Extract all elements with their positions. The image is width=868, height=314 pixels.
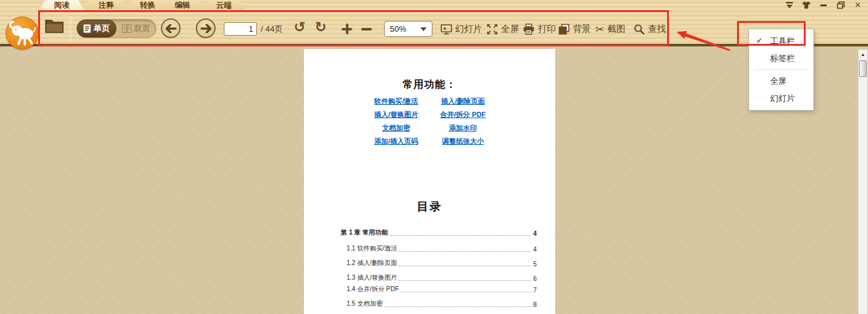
toc-page-number: 4 [533, 246, 537, 253]
document-area[interactable]: 常用功能： 软件购买/激活 插入/替换图片 文档加密 添加/插入页码 插入/删除… [0, 49, 868, 314]
toc-leader [399, 266, 531, 266]
screenshot-button[interactable]: ✂ 截图 [595, 22, 625, 37]
background-button[interactable]: 背景 [558, 22, 591, 37]
arrow-left-icon [165, 24, 177, 33]
zoom-out-button[interactable] [361, 24, 372, 34]
minimize-icon [820, 4, 827, 6]
toc-page-number: 4 [533, 230, 537, 237]
toc-leader [399, 251, 531, 252]
toc-title: 目录 [304, 199, 555, 214]
toc-leader [399, 280, 531, 281]
rotate-ccw-icon: ↺ [294, 20, 305, 34]
search-icon [633, 24, 645, 35]
toc-row[interactable]: 第 1 章 常用功能4 [341, 229, 537, 237]
toc-leader [401, 292, 531, 292]
page-total-label: / 44页 [261, 24, 283, 35]
menu-item-tabbar[interactable]: 标签栏 [749, 50, 813, 67]
scissors-icon: ✂ [595, 24, 604, 35]
double-page-toggle[interactable]: 双页 [116, 20, 156, 38]
double-page-icon [122, 24, 132, 33]
rotate-left-button[interactable]: ↺ [294, 20, 305, 34]
pdf-page: 常用功能： 软件购买/激活 插入/替换图片 文档加密 添加/插入页码 插入/删除… [304, 49, 555, 314]
pdf-link[interactable]: 调整纸张大小 [422, 135, 504, 148]
rotate-right-button[interactable]: ↻ [315, 20, 326, 34]
slideshow-button[interactable]: 幻灯片 [441, 22, 482, 37]
minus-icon [361, 24, 372, 34]
toc-row[interactable]: 1.1 软件购买/激活4 [341, 245, 537, 253]
pdf-link[interactable]: 插入/删除页面 [422, 95, 504, 108]
window-menu-icon[interactable] [784, 1, 794, 9]
zoom-level-select[interactable]: 50% [384, 21, 432, 37]
arrow-right-icon [200, 24, 212, 33]
page-number-input[interactable] [224, 22, 257, 36]
vertical-scrollbar[interactable]: ▲ [858, 50, 867, 314]
zoom-in-button[interactable] [341, 24, 352, 34]
close-icon: ✕ [855, 1, 861, 9]
toc-page-number: 5 [533, 261, 537, 268]
toc-page-number: 7 [533, 287, 537, 294]
toc-row[interactable]: 1.3 插入/替换图片6 [341, 274, 537, 282]
pdf-link[interactable]: 添加水印 [422, 121, 504, 135]
toc-leader [390, 235, 532, 236]
toolbar-separator [70, 16, 71, 41]
find-button[interactable]: 查找 [633, 22, 666, 37]
elephant-logo[interactable] [6, 17, 39, 50]
triangle-up-icon: ▲ [861, 52, 865, 57]
single-page-icon [83, 24, 91, 33]
fullscreen-icon [486, 24, 498, 35]
toc-row[interactable]: 1.4 合并/拆分 PDF7 [341, 285, 537, 294]
page-view-toggle: 单页 双页 [76, 19, 156, 38]
scroll-thumb[interactable] [859, 60, 867, 77]
tab-annotate[interactable]: 注释 [83, 0, 129, 11]
single-page-toggle[interactable]: 单页 [77, 20, 116, 38]
slideshow-icon [441, 24, 452, 35]
tab-cloud[interactable]: 云端 [201, 0, 247, 11]
check-icon: ✔ [756, 32, 762, 50]
fullscreen-button[interactable]: 全屏 [486, 22, 519, 37]
scroll-up-button[interactable]: ▲ [858, 50, 867, 59]
toc-page-number: 8 [533, 301, 537, 308]
menu-item-fullscreen[interactable]: 全屏 [749, 72, 813, 90]
open-file-button[interactable] [45, 17, 65, 34]
next-page-button[interactable] [196, 18, 216, 38]
toc-leader [385, 306, 532, 307]
plus-icon [341, 24, 352, 34]
rotate-cw-icon: ↻ [315, 20, 326, 34]
pdf-link[interactable]: 合并/拆分 PDF [422, 108, 504, 121]
prev-page-button[interactable] [161, 18, 181, 38]
menu-item-slideshow[interactable]: 幻灯片 [749, 90, 813, 107]
view-context-menu: ✔ 工具栏 标签栏 全屏 幻灯片 [748, 29, 814, 111]
minimize-button[interactable] [818, 1, 829, 9]
folder-icon [45, 17, 65, 34]
print-button[interactable]: 打印 [523, 22, 556, 37]
restore-icon [837, 1, 845, 9]
tab-read[interactable]: 阅读 [39, 0, 85, 11]
window-controls: ✕ [784, 1, 863, 9]
pdf-links-right: 插入/删除页面 合并/拆分 PDF 添加水印 调整纸张大小 [422, 95, 504, 148]
toc-row[interactable]: 1.5 文档加密8 [341, 300, 537, 308]
background-icon [558, 24, 570, 35]
chevron-down-icon [420, 27, 427, 31]
zoom-level-value: 50% [390, 24, 406, 34]
app-window: 阅读 注释 转换 编辑 云端 ✕ [0, 0, 868, 314]
close-button[interactable]: ✕ [853, 1, 863, 9]
restore-button[interactable] [836, 1, 846, 9]
toc-row[interactable]: 1.2 插入/删除页面5 [341, 259, 537, 268]
toc-page-number: 6 [533, 275, 537, 282]
menu-item-toolbar[interactable]: ✔ 工具栏 [749, 32, 813, 50]
skin-icon[interactable] [801, 1, 811, 9]
menu-divider [754, 69, 808, 70]
main-toolbar: 单页 双页 / 44页 ↺ ↻ [0, 11, 868, 46]
tab-edit[interactable]: 编辑 [160, 0, 205, 11]
title-bar: 阅读 注释 转换 编辑 云端 ✕ [0, 0, 868, 46]
section-title: 常用功能： [304, 78, 555, 92]
print-icon [523, 24, 535, 35]
